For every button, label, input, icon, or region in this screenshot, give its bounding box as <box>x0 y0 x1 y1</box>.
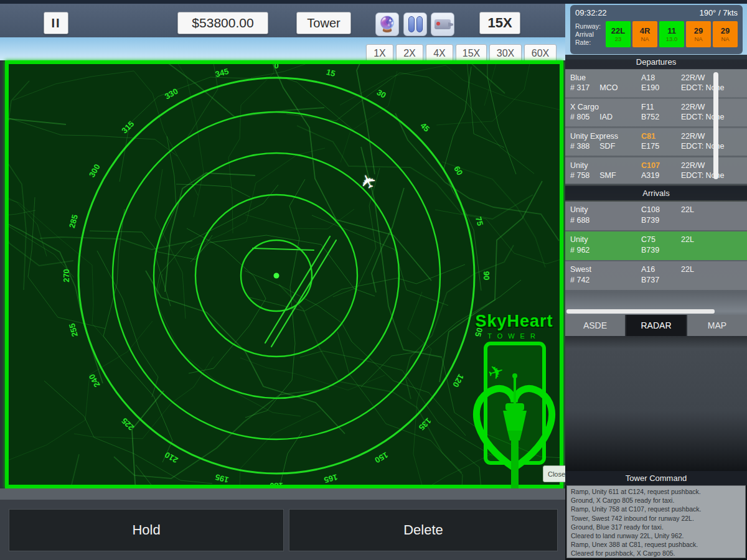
runway-chip-4r[interactable]: 4RNA <box>632 21 657 47</box>
game-screen: II $53800.00 Tower 🔮 15X 1X 2X 4X 15X 30… <box>0 0 747 560</box>
log-line: Ramp, Unex 388 at C81, request pushback. <box>571 540 741 549</box>
tab-asde[interactable]: ASDE <box>565 315 625 336</box>
departures-scrollbar[interactable] <box>713 72 718 179</box>
compass-label: 210 <box>163 450 179 465</box>
wind-readout: 190° / 7kts <box>699 8 738 17</box>
compass-label: 300 <box>87 162 102 179</box>
departure-row[interactable]: Unity Express # 388SDF C81 E175 22R/W ED… <box>565 128 747 156</box>
delete-button[interactable]: Delete <box>289 509 558 551</box>
runway-chips: 22L23 4RNA 1113.0 29NA 29NA <box>606 21 738 47</box>
runway-chip-29b[interactable]: 29NA <box>713 21 738 47</box>
log-line: Ground, X Cargo 805 ready for taxi. <box>571 496 741 505</box>
binoculars-icon[interactable] <box>403 12 427 36</box>
compass-label: 90 <box>482 271 491 280</box>
horizontal-scrollbar[interactable] <box>566 309 715 314</box>
tower-command-log[interactable]: Ramp, Unity 611 at C124, request pushbac… <box>566 485 746 558</box>
camera-glyph <box>435 19 451 29</box>
arrival-row[interactable]: Unity# 962 C75B739 22L <box>565 231 747 260</box>
compass-label: 330 <box>163 86 179 101</box>
compass-label: 345 <box>214 67 230 79</box>
side-panel: 09:32:22 190° / 7kts Runway: Arrival Rat… <box>565 0 747 560</box>
tower-command-header: Tower Command <box>565 471 747 485</box>
pause-button[interactable]: II <box>44 12 68 34</box>
log-line: Cleared for pushback, X Cargo 805. <box>571 549 741 558</box>
departures-list: Blue # 317MCO A18 E190 22R/W EDCT: None … <box>565 70 747 184</box>
runway-lines <box>253 236 336 347</box>
compass-label: 270 <box>62 269 71 282</box>
compass-label: 135 <box>417 416 433 432</box>
log-line: Ground, Blue 317 ready for taxi. <box>571 523 741 531</box>
departures-header: Departures <box>565 55 747 69</box>
log-line: Tower, Swest 742 inbound for runway 22L. <box>571 514 741 523</box>
runway-rate-labels: Runway: Arrival Rate: <box>575 22 606 47</box>
arrivals-list: Unity# 688 C108B739 22L Unity# 962 C75B7… <box>565 202 747 291</box>
arrivals-header: Arrivals <box>565 186 747 200</box>
tab-map[interactable]: MAP <box>687 315 747 336</box>
hold-button[interactable]: Hold <box>9 509 284 551</box>
compass-label: 225 <box>120 416 136 432</box>
status-infobox: 09:32:22 190° / 7kts Runway: Arrival Rat… <box>570 5 743 54</box>
departure-row[interactable]: Unity # 758SMF C107 A319 22R/W EDCT: Non… <box>565 157 747 184</box>
departure-row[interactable]: X Cargo # 805IAD F11 B752 22R/W EDCT: No… <box>565 99 747 126</box>
log-line: Cleared to land runway 22L, Unity 962. <box>571 531 741 540</box>
compass-label: 15 <box>325 67 336 78</box>
crystal-ball-icon[interactable]: 🔮 <box>375 12 399 36</box>
compass-label: 180 <box>270 481 283 485</box>
compass-label: 0 <box>274 64 278 70</box>
log-line: Ramp, Unity 758 at C107, request pushbac… <box>571 505 741 513</box>
arrival-row[interactable]: Swest# 742 A16B737 22L <box>565 261 747 290</box>
radar-scope[interactable]: 0153045607590105120135150165180195210225… <box>5 60 563 488</box>
runway-chip-22l[interactable]: 22L23 <box>606 21 631 47</box>
tower-view-button[interactable]: Tower <box>296 12 351 34</box>
compass-label: 75 <box>474 216 485 227</box>
compass-label: 255 <box>67 322 80 338</box>
sky-strip: 1X 2X 4X 15X 30X 60X <box>0 37 565 60</box>
tab-radar[interactable]: RADAR <box>626 315 686 336</box>
runway-chip-29a[interactable]: 29NA <box>686 21 711 47</box>
arrival-row[interactable]: Unity# 688 C108B739 22L <box>565 202 747 230</box>
money-display: $53800.00 <box>177 12 268 34</box>
compass-label: 165 <box>323 472 339 485</box>
compass-label: 45 <box>418 121 431 134</box>
departure-row[interactable]: Blue # 317MCO A18 E190 22R/W EDCT: None <box>565 70 747 97</box>
camera-icon[interactable] <box>431 12 454 36</box>
bottom-action-bar: Hold Delete <box>0 488 565 560</box>
top-toolbar: II $53800.00 Tower 🔮 15X <box>0 0 565 37</box>
clock: 09:32:22 <box>575 8 607 17</box>
log-line: Ramp, Unity 611 at C124, request pushbac… <box>571 487 741 496</box>
compass-label: 150 <box>374 450 390 465</box>
current-speed-button[interactable]: 15X <box>479 12 520 34</box>
compass-label: 195 <box>214 472 230 485</box>
binoculars-glyph <box>408 16 423 32</box>
logo-subtitle: TOWER <box>458 332 570 340</box>
runway-chip-11[interactable]: 1113.0 <box>659 21 684 47</box>
compass-label: 315 <box>120 119 136 135</box>
crystal-ball-glyph: 🔮 <box>378 16 397 33</box>
view-tabs: ASDE RADAR MAP <box>565 315 747 336</box>
logo-title: SkyHeart <box>458 312 570 331</box>
airport-center-dot <box>274 273 280 279</box>
compass-label: 285 <box>67 213 80 229</box>
